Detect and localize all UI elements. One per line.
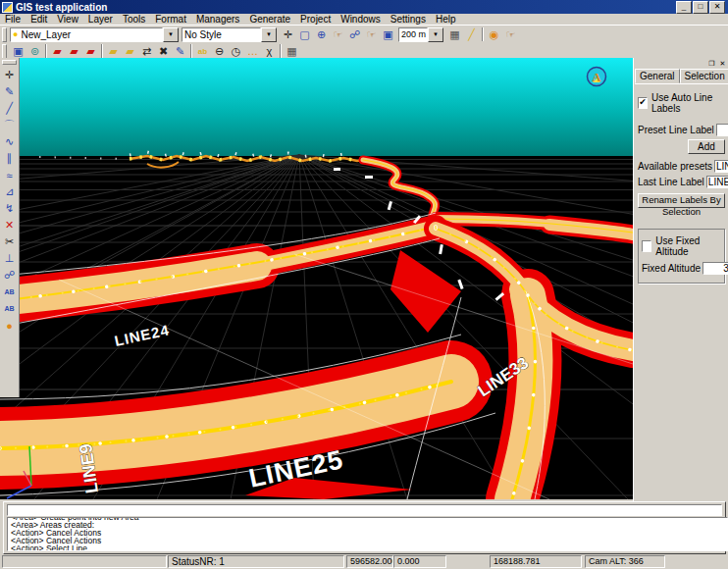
style-combo-value: No Style xyxy=(182,27,261,42)
panel-close-icon[interactable]: ✕ xyxy=(718,60,727,68)
split-tool-icon[interactable]: ↯ xyxy=(1,200,18,217)
minimize-button[interactable]: _ xyxy=(676,1,692,14)
style-combobox[interactable]: No Style ▼ xyxy=(182,27,277,42)
measure-line-icon[interactable]: ╱ xyxy=(463,27,480,42)
parallel-tool-icon[interactable]: ∥ xyxy=(1,150,18,167)
left-toolbar-grip[interactable] xyxy=(2,60,17,65)
folder-yellow-icon-1[interactable]: ▰ xyxy=(105,44,122,59)
save-icon[interactable]: ▣ xyxy=(10,44,26,59)
import-red-icon-1[interactable]: ▰ xyxy=(49,44,66,59)
pick-hand-icon[interactable]: ☞ xyxy=(330,27,346,42)
line-tool-icon[interactable]: ╱ xyxy=(1,100,18,117)
draw-pen-icon[interactable]: ✎ xyxy=(172,44,188,59)
app-icon xyxy=(2,2,13,13)
preset-line-label-field[interactable] xyxy=(716,124,728,136)
select-rect-icon[interactable]: ▢ xyxy=(296,27,313,42)
cam-alt-cell: Cam ALT: 366 xyxy=(585,555,665,568)
toolbar-grip-2[interactable] xyxy=(2,44,7,59)
smooth-tool-icon[interactable]: ≈ xyxy=(1,167,18,183)
layer-combo-value: New_Layer xyxy=(21,28,71,41)
menu-format[interactable]: Format xyxy=(150,14,191,25)
panel-float-icon[interactable]: ❐ xyxy=(707,60,716,68)
compass-icon[interactable]: A xyxy=(588,68,606,86)
draw-panel: ❐ ✕ General Selection Draw ✔ Use Auto Li… xyxy=(633,58,728,501)
menu-layer[interactable]: Layer xyxy=(83,14,118,25)
menu-windows[interactable]: Windows xyxy=(336,14,386,25)
log-line: <Action> Cancel Actions xyxy=(11,537,724,544)
menu-settings[interactable]: Settings xyxy=(386,14,431,25)
sky xyxy=(0,58,633,156)
calculator-icon[interactable]: ▦ xyxy=(284,44,300,59)
fixed-altitude-field[interactable] xyxy=(702,262,728,275)
menu-project[interactable]: Project xyxy=(295,14,336,25)
command-input[interactable] xyxy=(7,504,722,516)
layer-combobox[interactable]: ●New_Layer ▼ xyxy=(10,27,179,42)
toolbar-main: ●New_Layer ▼ No Style ▼ ✛ ▢ ⊕ ☞ ☍ ☞ ▣ 20… xyxy=(0,25,728,43)
scale-combobox[interactable]: 200 m ▼ xyxy=(398,27,443,42)
layers-globe-icon[interactable]: ⊚ xyxy=(26,44,43,59)
use-auto-line-labels-row: ✔ Use Auto Line Labels xyxy=(638,92,725,114)
use-auto-line-labels-checkbox[interactable]: ✔ xyxy=(638,97,648,109)
menu-edit[interactable]: Edit xyxy=(26,14,52,25)
tab-selection[interactable]: Selection xyxy=(680,69,728,83)
pen-tool-icon[interactable]: ✎ xyxy=(1,83,18,100)
point-glow-icon[interactable]: ◉ xyxy=(486,27,502,42)
add-button[interactable]: Add xyxy=(688,139,725,154)
menu-generate[interactable]: Generate xyxy=(244,14,295,25)
import-red-icon-3[interactable]: ▰ xyxy=(82,44,99,59)
title-bar[interactable]: GIS test application _ □ ✕ xyxy=(0,0,728,14)
layer-combo-dropdown-icon[interactable]: ▼ xyxy=(163,27,179,42)
scale-combo-dropdown-icon[interactable]: ▼ xyxy=(428,27,443,42)
menu-file[interactable]: File xyxy=(0,14,26,25)
fixed-altitude-group: Use Fixed Altitude Fixed Altitude xyxy=(638,229,725,284)
label-line-tool-icon[interactable]: AB xyxy=(1,284,18,300)
menu-help[interactable]: Help xyxy=(431,14,461,25)
available-presets-combobox[interactable]: LINE ▼ xyxy=(714,160,728,173)
labels-ab-icon[interactable]: ab xyxy=(194,44,211,59)
time-clock-icon[interactable]: ◷ xyxy=(228,44,244,59)
rename-labels-button[interactable]: Rename Labels By Selection xyxy=(638,193,725,208)
toolbar-grip[interactable] xyxy=(2,27,7,42)
cut-tool-icon[interactable]: ✂ xyxy=(1,233,18,250)
tab-general[interactable]: General xyxy=(635,69,680,83)
log-line: <Area> Areas created: xyxy=(11,521,724,529)
edit-hand-icon[interactable]: ☍ xyxy=(346,27,363,42)
menu-managers[interactable]: Managers xyxy=(191,14,244,25)
fit-view-icon[interactable]: ✛ xyxy=(280,27,296,42)
grid-toggle-icon[interactable]: ▦ xyxy=(446,27,463,42)
snap-tool-icon[interactable]: ☍ xyxy=(1,267,18,284)
pan-hand-icon[interactable]: ☞ xyxy=(363,27,380,42)
hand-tool-icon[interactable]: ☞ xyxy=(502,27,519,42)
arc-tool-icon[interactable]: ⌒ xyxy=(1,117,18,133)
last-line-label-field[interactable] xyxy=(706,176,728,188)
close-button[interactable]: ✕ xyxy=(709,1,725,14)
erase-tool-icon[interactable]: ✕ xyxy=(1,217,18,233)
perpendicular-tool-icon[interactable]: ⊥ xyxy=(1,250,18,267)
coord-y-cell: 168188.781 xyxy=(490,555,582,568)
zoom-region-icon[interactable]: ⊕ xyxy=(313,27,330,42)
move-tool-icon[interactable]: ✛ xyxy=(1,67,18,83)
use-fixed-altitude-checkbox[interactable] xyxy=(642,240,651,252)
select-corner-icon[interactable]: ▣ xyxy=(380,27,396,42)
style-combo-dropdown-icon[interactable]: ▼ xyxy=(261,27,277,42)
folder-yellow-icon-2[interactable]: ▰ xyxy=(122,44,138,59)
walk-person-icon[interactable]: χ xyxy=(261,44,278,59)
window-title: GIS test application xyxy=(16,2,676,13)
restore-button[interactable]: □ xyxy=(693,1,708,14)
application-window: GIS test application _ □ ✕ File Edit Vie… xyxy=(0,0,728,569)
available-presets-value: LINE xyxy=(714,160,728,173)
point-tool-icon[interactable]: ● xyxy=(1,317,18,334)
import-red-icon-2[interactable]: ▰ xyxy=(66,44,82,59)
more-dots-icon[interactable]: … xyxy=(244,44,261,59)
menu-tools[interactable]: Tools xyxy=(118,14,150,25)
menu-view[interactable]: View xyxy=(52,14,83,25)
toolbar-separator xyxy=(45,44,47,58)
transform-x-icon[interactable]: ✖ xyxy=(155,44,172,59)
refresh-icon[interactable]: ⇄ xyxy=(138,44,155,59)
log-list[interactable]: <Area> Create point into new Area <Area>… xyxy=(7,517,728,551)
rotate-view-icon[interactable]: ⊖ xyxy=(211,44,228,59)
curve-tool-icon[interactable]: ∿ xyxy=(1,133,18,150)
label-line-tool-icon-2[interactable]: AB xyxy=(1,300,18,317)
angle-tool-icon[interactable]: ⊿ xyxy=(1,183,18,200)
viewport-3d[interactable]: A LINE24 LINE9 LINE25 LINE33 xyxy=(0,58,633,499)
